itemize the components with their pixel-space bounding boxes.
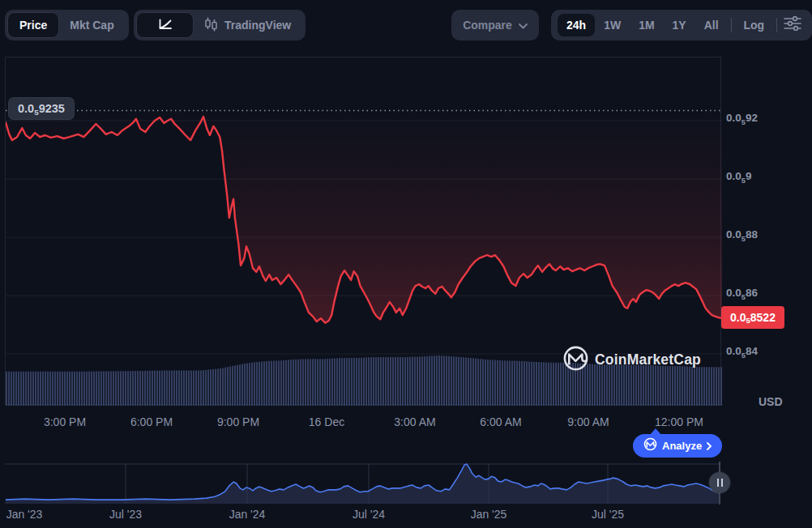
line-chart-tab[interactable] bbox=[137, 13, 193, 37]
ref-price-digits: 9235 bbox=[39, 102, 65, 115]
divider bbox=[731, 18, 732, 32]
navigator-resize-handle[interactable] bbox=[709, 472, 730, 493]
nav-area-fill bbox=[5, 464, 720, 504]
coinmarketcap-logo-icon bbox=[643, 437, 657, 454]
x-axis-tick: 3:00 AM bbox=[394, 415, 435, 428]
chart-settings-button[interactable] bbox=[780, 14, 806, 36]
x-axis-tick: 3:00 PM bbox=[44, 415, 86, 428]
range-button-1w[interactable]: 1W bbox=[595, 14, 630, 36]
y-axis-tick: 0.0586 bbox=[726, 287, 758, 299]
x-axis-tick: 6:00 PM bbox=[130, 415, 173, 428]
mktcap-tab[interactable]: Mkt Cap bbox=[58, 13, 125, 37]
y-axis-tick: 0.0584 bbox=[726, 345, 758, 357]
divider bbox=[776, 18, 777, 32]
nav-axis-tick: Jul '24 bbox=[353, 508, 385, 521]
ref-price-sub: 5 bbox=[34, 108, 38, 117]
price-tab[interactable]: Price bbox=[8, 13, 58, 37]
range-button-24h[interactable]: 24h bbox=[558, 14, 595, 36]
chevron-down-icon bbox=[519, 19, 528, 32]
x-axis-tick: 6:00 AM bbox=[480, 415, 521, 428]
nav-axis-tick: Jan '24 bbox=[229, 508, 266, 521]
x-axis-tick: 9:00 AM bbox=[567, 415, 609, 428]
x-axis-tick: 12:00 PM bbox=[655, 415, 703, 428]
timeline-navigator[interactable] bbox=[5, 463, 720, 504]
range-button-1y[interactable]: 1Y bbox=[664, 14, 695, 36]
current-price-badge: 0.058522 bbox=[721, 306, 784, 329]
range-selector-group: 24h1W1M1YAll Log bbox=[551, 10, 812, 40]
range-button-all[interactable]: All bbox=[695, 14, 728, 36]
currency-unit-label: USD bbox=[759, 395, 783, 408]
reference-price-label: 0.059235 bbox=[8, 97, 75, 120]
line-chart-icon bbox=[157, 17, 173, 33]
analyze-label: Analyze bbox=[662, 440, 702, 452]
chart-style-toggle-group: TradingView bbox=[134, 10, 306, 40]
cur-price-prefix: 0.0 bbox=[730, 311, 746, 324]
y-axis-tick: 0.0588 bbox=[726, 228, 758, 241]
nav-axis-tick: Jan '23 bbox=[6, 508, 43, 521]
y-axis-tick: 0.059 bbox=[726, 170, 751, 182]
navigator-svg bbox=[5, 463, 720, 504]
x-axis-tick: 9:00 PM bbox=[217, 415, 259, 428]
price-chart-page: Price Mkt Cap bbox=[0, 0, 812, 528]
metric-toggle-group: Price Mkt Cap bbox=[5, 10, 129, 40]
log-toggle[interactable]: Log bbox=[734, 14, 773, 36]
nav-axis-tick: Jan '25 bbox=[471, 508, 507, 521]
compare-button[interactable]: Compare bbox=[451, 10, 539, 40]
x-axis-tick: 16 Dec bbox=[309, 415, 344, 428]
chevron-right-icon bbox=[707, 439, 712, 453]
range-button-1m[interactable]: 1M bbox=[630, 14, 663, 36]
sliders-icon bbox=[784, 16, 801, 34]
cur-price-digits: 8522 bbox=[750, 311, 776, 324]
nav-axis-tick: Jul '23 bbox=[109, 508, 142, 521]
watermark-text: CoinMarketCap bbox=[595, 351, 701, 368]
compare-label: Compare bbox=[463, 19, 512, 32]
candlestick-icon bbox=[204, 17, 218, 34]
coinmarketcap-watermark: CoinMarketCap bbox=[562, 345, 701, 375]
nav-axis-tick: Jul '25 bbox=[592, 508, 624, 521]
tradingview-label: TradingView bbox=[224, 19, 291, 32]
y-axis-tick: 0.0592 bbox=[726, 112, 758, 124]
cur-price-sub: 5 bbox=[746, 316, 750, 325]
coinmarketcap-logo-icon bbox=[562, 345, 589, 375]
tradingview-tab[interactable]: TradingView bbox=[193, 13, 302, 37]
ref-price-prefix: 0.0 bbox=[18, 102, 34, 115]
analyze-button[interactable]: Analyze bbox=[633, 434, 722, 458]
